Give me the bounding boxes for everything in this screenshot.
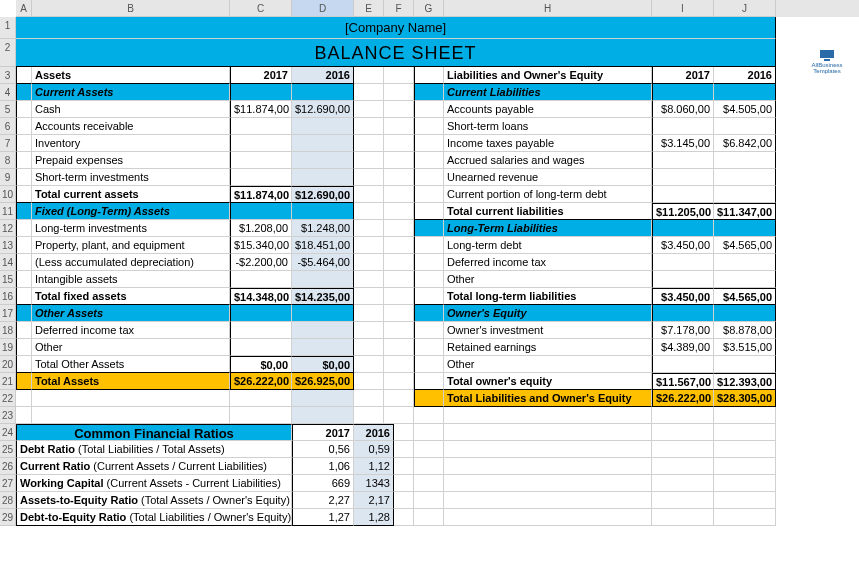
asset-item[interactable]: Inventory xyxy=(32,135,230,152)
cell[interactable] xyxy=(230,152,292,169)
col-hdr-H[interactable]: H xyxy=(444,0,652,17)
cell[interactable]: 2017 xyxy=(292,424,354,441)
cell[interactable]: $18.451,00 xyxy=(292,237,354,254)
cell[interactable] xyxy=(652,356,714,373)
cell[interactable]: $4.565,00 xyxy=(714,237,776,254)
liab-item[interactable]: Owner's investment xyxy=(444,322,652,339)
cell[interactable] xyxy=(292,339,354,356)
cell[interactable]: $1.208,00 xyxy=(230,220,292,237)
equity-title[interactable]: Owner's Equity xyxy=(444,305,652,322)
liab-item[interactable]: Accrued salaries and wages xyxy=(444,152,652,169)
cell[interactable]: $4.565,00 xyxy=(714,288,776,305)
cell[interactable] xyxy=(652,169,714,186)
cell[interactable]: $3.515,00 xyxy=(714,339,776,356)
row-hdr-9[interactable]: 9 xyxy=(0,169,16,186)
cell[interactable] xyxy=(230,322,292,339)
cell[interactable] xyxy=(714,152,776,169)
total-equity[interactable]: Total owner's equity xyxy=(444,373,652,390)
asset-item[interactable]: Deferred income tax xyxy=(32,322,230,339)
ratio-row[interactable]: Debt-to-Equity Ratio (Total Liabilities … xyxy=(16,509,292,526)
liab-item[interactable]: Deferred income tax xyxy=(444,254,652,271)
cell[interactable] xyxy=(292,322,354,339)
row-hdr-4[interactable]: 4 xyxy=(0,84,16,101)
cell[interactable]: $0,00 xyxy=(292,356,354,373)
cell[interactable] xyxy=(230,118,292,135)
col-hdr-F[interactable]: F xyxy=(384,0,414,17)
cell[interactable] xyxy=(652,186,714,203)
cell[interactable]: $26.222,00 xyxy=(652,390,714,407)
cell[interactable]: 0,56 xyxy=(292,441,354,458)
asset-item[interactable]: Intangible assets xyxy=(32,271,230,288)
row-hdr-23[interactable]: 23 xyxy=(0,407,16,424)
row-hdr-3[interactable]: 3 xyxy=(0,67,16,84)
cell[interactable]: 2,27 xyxy=(292,492,354,509)
row-hdr-19[interactable]: 19 xyxy=(0,339,16,356)
cell[interactable]: -$2.200,00 xyxy=(230,254,292,271)
liab-header[interactable]: Liabilities and Owner's Equity xyxy=(444,67,652,84)
cell[interactable]: $3.450,00 xyxy=(652,237,714,254)
ratio-row[interactable]: Assets-to-Equity Ratio (Total Assets / O… xyxy=(16,492,292,509)
col-hdr-A[interactable]: A xyxy=(16,0,32,17)
total-fixed[interactable]: Total fixed assets xyxy=(32,288,230,305)
asset-item[interactable]: Long-term investments xyxy=(32,220,230,237)
liab-item[interactable]: Income taxes payable xyxy=(444,135,652,152)
row-hdr-7[interactable]: 7 xyxy=(0,135,16,152)
total-long-liab[interactable]: Total long-term liabilities xyxy=(444,288,652,305)
row-hdr-25[interactable]: 25 xyxy=(0,441,16,458)
asset-item[interactable]: Property, plant, and equipment xyxy=(32,237,230,254)
row-hdr-27[interactable]: 27 xyxy=(0,475,16,492)
cell[interactable]: $28.305,00 xyxy=(714,390,776,407)
row-hdr-15[interactable]: 15 xyxy=(0,271,16,288)
row-hdr-17[interactable]: 17 xyxy=(0,305,16,322)
liab-item[interactable]: Short-term loans xyxy=(444,118,652,135)
col-hdr-D[interactable]: D xyxy=(292,0,354,17)
cell[interactable] xyxy=(652,152,714,169)
ratio-row[interactable]: Working Capital (Current Assets - Curren… xyxy=(16,475,292,492)
total-current-liab[interactable]: Total current liabilities xyxy=(444,203,652,220)
cell[interactable] xyxy=(230,169,292,186)
col-hdr-C[interactable]: C xyxy=(230,0,292,17)
cell[interactable] xyxy=(230,339,292,356)
row-hdr-26[interactable]: 26 xyxy=(0,458,16,475)
cell[interactable] xyxy=(714,118,776,135)
cell[interactable] xyxy=(714,169,776,186)
ratios-title[interactable]: Common Financial Ratios xyxy=(16,424,292,441)
cell[interactable] xyxy=(652,271,714,288)
grid[interactable]: [Company Name] BALANCE SHEET AllBusiness… xyxy=(16,17,859,526)
cell[interactable]: $15.340,00 xyxy=(230,237,292,254)
row-hdr-6[interactable]: 6 xyxy=(0,118,16,135)
year-2016-l[interactable]: 2016 xyxy=(714,67,776,84)
current-liab-title[interactable]: Current Liabilities xyxy=(444,84,652,101)
cell[interactable]: $14.348,00 xyxy=(230,288,292,305)
cell[interactable]: $11.874,00 xyxy=(230,186,292,203)
company-name[interactable]: [Company Name] xyxy=(16,17,776,39)
row-hdr-28[interactable]: 28 xyxy=(0,492,16,509)
cell[interactable]: $12.393,00 xyxy=(714,373,776,390)
cell[interactable] xyxy=(292,118,354,135)
cell[interactable]: $3.450,00 xyxy=(652,288,714,305)
liab-item[interactable]: Other xyxy=(444,271,652,288)
cell[interactable]: $0,00 xyxy=(230,356,292,373)
row-hdr-29[interactable]: 29 xyxy=(0,509,16,526)
row-hdr-14[interactable]: 14 xyxy=(0,254,16,271)
cell[interactable]: $8.878,00 xyxy=(714,322,776,339)
assets-header[interactable]: Assets xyxy=(32,67,230,84)
cell[interactable]: $4.389,00 xyxy=(652,339,714,356)
row-hdr-18[interactable]: 18 xyxy=(0,322,16,339)
cell[interactable]: 669 xyxy=(292,475,354,492)
col-hdr-G[interactable]: G xyxy=(414,0,444,17)
cell[interactable]: 0,59 xyxy=(354,441,394,458)
asset-item[interactable]: Short-term investments xyxy=(32,169,230,186)
liab-item[interactable]: Long-term debt xyxy=(444,237,652,254)
row-hdr-8[interactable]: 8 xyxy=(0,152,16,169)
liab-item[interactable]: Retained earnings xyxy=(444,339,652,356)
cell[interactable]: $8.060,00 xyxy=(652,101,714,118)
cell[interactable]: $7.178,00 xyxy=(652,322,714,339)
cell[interactable] xyxy=(652,118,714,135)
ratio-row[interactable]: Current Ratio (Current Assets / Current … xyxy=(16,458,292,475)
row-hdr-21[interactable]: 21 xyxy=(0,373,16,390)
liab-item[interactable]: Unearned revenue xyxy=(444,169,652,186)
cell[interactable]: $4.505,00 xyxy=(714,101,776,118)
row-hdr-20[interactable]: 20 xyxy=(0,356,16,373)
col-hdr-B[interactable]: B xyxy=(32,0,230,17)
